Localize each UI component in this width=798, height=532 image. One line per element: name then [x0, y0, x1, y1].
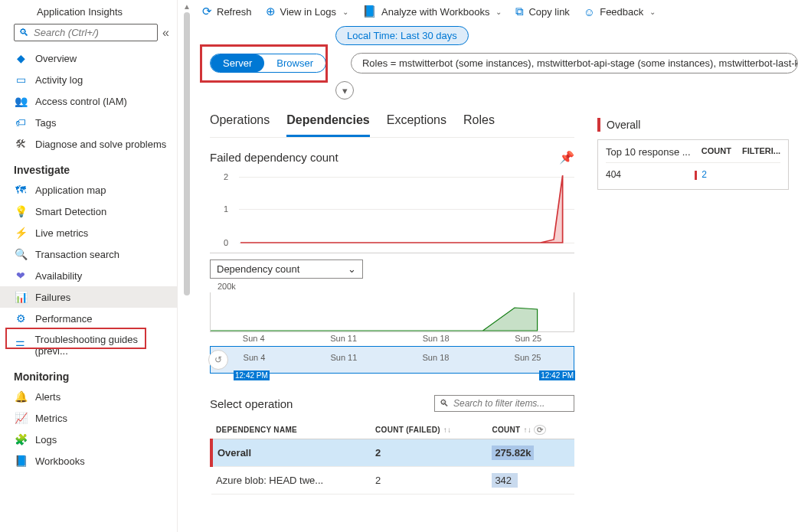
- sidebar-item-transaction-search[interactable]: 🔍Transaction search: [0, 243, 177, 265]
- sidebar-item-failures[interactable]: 📊Failures: [0, 286, 177, 308]
- transaction-search-icon: 🔍: [14, 248, 28, 260]
- sidebar-item-logs[interactable]: 🧩Logs: [0, 429, 177, 450]
- metrics-icon: 📈: [14, 412, 28, 424]
- sidebar-item-activity-log[interactable]: ▭Activity log: [0, 69, 177, 90]
- sidebar-item-live-metrics[interactable]: ⚡Live metrics: [0, 222, 177, 243]
- live-metrics-icon: ⚡: [14, 227, 28, 239]
- toggle-server[interactable]: Server: [211, 54, 264, 72]
- group-investigate: Investigate: [0, 155, 177, 179]
- chevron-down-icon: ⌄: [342, 8, 348, 16]
- table-row-overall[interactable]: Overall 2 275.82k: [211, 439, 574, 467]
- sidebar-item-performance[interactable]: ⚙Performance: [0, 308, 177, 329]
- access-control-icon: 👥: [14, 95, 28, 107]
- feedback-icon: ☺: [584, 5, 595, 18]
- troubleshooting-icon: ☰: [14, 339, 27, 351]
- dependency-count-chart[interactable]: [210, 292, 574, 332]
- time-range-pill[interactable]: Local Time: Last 30 days: [335, 26, 469, 45]
- feedback-button[interactable]: ☺Feedback⌄: [584, 5, 656, 18]
- collapse-sidebar-icon[interactable]: «: [162, 26, 169, 40]
- sidebar-item-label: Application map: [35, 184, 106, 196]
- tab-exceptions[interactable]: Exceptions: [387, 107, 446, 137]
- application-map-icon: 🗺: [14, 184, 28, 196]
- brush-start-handle[interactable]: 12:42 PM: [234, 370, 270, 380]
- smart-detection-icon: 💡: [14, 205, 28, 217]
- sidebar-item-label: Smart Detection: [35, 206, 106, 217]
- tab-roles[interactable]: Roles: [463, 107, 495, 137]
- view-in-logs-button[interactable]: ⊕View in Logs⌄: [266, 5, 348, 18]
- sidebar-item-label: Metrics: [35, 413, 67, 424]
- search-icon: 🔍︎: [440, 398, 449, 409]
- sidebar-item-label: Live metrics: [35, 227, 88, 239]
- failure-tabs: Operations Dependencies Exceptions Roles: [210, 107, 574, 138]
- brush-end-handle[interactable]: 12:42 PM: [539, 370, 575, 380]
- availability-icon: ❤: [14, 269, 28, 282]
- sidebar-item-label: Logs: [35, 434, 57, 446]
- chart-title: Failed dependency count: [210, 151, 338, 164]
- refresh-icon: ⟳: [202, 5, 212, 18]
- sidebar-item-smart-detection[interactable]: 💡Smart Detection: [0, 201, 177, 222]
- sidebar-item-label: Tags: [35, 117, 56, 129]
- search-icon: 🔍︎: [19, 27, 29, 38]
- side-panel-title: Overall: [597, 118, 789, 132]
- col-filter-header[interactable]: FILTERI...: [742, 146, 780, 158]
- copy-icon: ⧉: [515, 5, 524, 18]
- chevron-down-icon: ⌄: [495, 8, 502, 16]
- roles-filter-pill[interactable]: Roles = mstwitterbot (some instances), m…: [351, 53, 798, 73]
- tab-operations[interactable]: Operations: [210, 107, 270, 137]
- logs-icon: ⊕: [266, 5, 276, 18]
- sidebar-item-label: Overview: [35, 53, 77, 64]
- sidebar-search-input[interactable]: [34, 27, 152, 38]
- sidebar-item-diagnose[interactable]: 🛠Diagnose and solve problems: [0, 133, 177, 155]
- col-count-header[interactable]: COUNT: [702, 146, 731, 158]
- tab-dependencies[interactable]: Dependencies: [286, 107, 369, 137]
- sidebar-item-workbooks[interactable]: 📘Workbooks: [0, 450, 177, 472]
- failures-icon: 📊: [14, 291, 28, 303]
- toggle-browser[interactable]: Browser: [264, 54, 325, 72]
- operation-filter-input[interactable]: 🔍︎: [434, 395, 574, 412]
- select-operation-title: Select operation: [210, 397, 293, 410]
- col-count-failed[interactable]: COUNT (FAILED)↑↓: [371, 421, 487, 439]
- table-row[interactable]: Azure blob: HEAD twe... 2 342: [211, 467, 574, 494]
- sidebar-item-troubleshooting[interactable]: ☰Troubleshooting guides (previ...: [0, 329, 177, 361]
- response-row-404[interactable]: 404 2: [606, 166, 780, 183]
- sidebar-search[interactable]: 🔍︎: [14, 24, 158, 41]
- sidebar-item-label: Activity log: [35, 74, 83, 86]
- operations-table: DEPENDENCY NAME COUNT (FAILED)↑↓ COUNT↑↓…: [210, 421, 574, 494]
- pin-icon[interactable]: 📌: [559, 150, 574, 165]
- activity-log-icon: ▭: [14, 73, 28, 86]
- sidebar-item-tags[interactable]: 🏷Tags: [0, 112, 177, 133]
- col-dependency-name[interactable]: DEPENDENCY NAME: [211, 421, 371, 439]
- x-axis-labels: Sun 4Sun 11Sun 18Sun 25: [210, 332, 574, 343]
- tags-icon: 🏷: [14, 116, 28, 129]
- sidebar-item-label: Troubleshooting guides (previ...: [34, 334, 169, 357]
- analyze-workbooks-button[interactable]: 📘Analyze with Workbooks⌄: [362, 5, 502, 18]
- dependency-count-dropdown[interactable]: Dependency count ⌄: [210, 259, 363, 279]
- overview-icon: ◆: [14, 52, 28, 64]
- sidebar-scrollbar[interactable]: ▲: [178, 0, 196, 532]
- sidebar-item-availability[interactable]: ❤Availability: [0, 265, 177, 286]
- sidebar-item-access-control[interactable]: 👥Access control (IAM): [0, 90, 177, 112]
- refresh-button[interactable]: ⟳Refresh: [202, 5, 252, 18]
- brush-reset-button[interactable]: ↺: [208, 350, 228, 370]
- sidebar-item-overview[interactable]: ◆Overview: [0, 47, 177, 69]
- app-title: Application Insights: [0, 3, 177, 24]
- sidebar-item-label: Diagnose and solve problems: [35, 139, 166, 150]
- filter-funnel-button[interactable]: ▾: [335, 81, 354, 100]
- workbooks-icon: 📘: [14, 455, 28, 467]
- sidebar-item-label: Failures: [35, 292, 70, 303]
- copy-link-button[interactable]: ⧉Copy link: [515, 5, 569, 18]
- sidebar-item-application-map[interactable]: 🗺Application map: [0, 179, 177, 201]
- alerts-icon: 🔔: [14, 390, 28, 403]
- server-browser-toggle[interactable]: Server Browser: [210, 54, 326, 73]
- col-count[interactable]: COUNT↑↓ ⟳: [487, 421, 574, 439]
- logs-icon: 🧩: [14, 433, 28, 446]
- performance-icon: ⚙: [14, 312, 28, 325]
- top-responses-label: Top 10 response ...: [606, 146, 691, 158]
- failed-dependency-chart[interactable]: 2 1 0: [210, 171, 574, 253]
- top-responses-box: Top 10 response ... COUNT FILTERI... 404…: [597, 139, 789, 190]
- sidebar-item-metrics[interactable]: 📈Metrics: [0, 407, 177, 429]
- sidebar-item-alerts[interactable]: 🔔Alerts: [0, 386, 177, 407]
- diagnose-icon: 🛠: [14, 138, 28, 150]
- main-panel: ⟳Refresh ⊕View in Logs⌄ 📘Analyze with Wo…: [196, 0, 798, 532]
- time-brush[interactable]: Sun 4Sun 11Sun 18Sun 25 12:42 PM 12:42 P…: [210, 346, 574, 374]
